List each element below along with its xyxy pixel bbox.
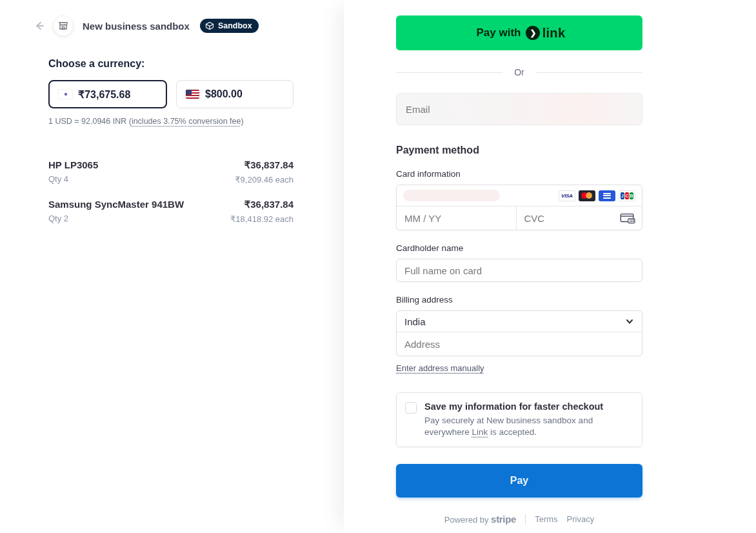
sandbox-badge: Sandbox (200, 19, 259, 33)
cardholder-name-label: Cardholder name (396, 243, 642, 253)
left-content: Choose a currency: ₹73,675.68 $800.00 1 … (48, 58, 293, 224)
card-cvc-input[interactable] (517, 213, 621, 224)
address-row (397, 332, 642, 356)
currency-amount-inr: ₹73,675.68 (78, 88, 130, 101)
business-name: New business sandbox (83, 21, 190, 32)
amex-icon (599, 190, 615, 201)
sandbox-badge-label: Sandbox (218, 21, 252, 30)
checkout-page: New business sandbox Sandbox Choose a cu… (0, 0, 756, 533)
us-flag-icon (186, 90, 199, 99)
jcb-icon: JCB (619, 190, 635, 201)
checkout-footer: Powered by stripe Terms Privacy (396, 514, 642, 525)
pay-with-link-button[interactable]: Pay with ❯ link (396, 15, 642, 50)
item-right: ₹36,837.84 ₹9,209.46 each (235, 159, 293, 185)
chevron-down-icon (625, 317, 634, 326)
item-name: HP LP3065 (48, 159, 98, 170)
item-unit-price: ₹9,209.46 each (235, 175, 293, 185)
footer-separator (525, 514, 526, 525)
item-right: ₹36,837.84 ₹18,418.92 each (230, 199, 293, 224)
divider-line (396, 72, 502, 73)
stripe-logo: stripe (491, 514, 516, 525)
line-items: HP LP3065 Qty 4 ₹36,837.84 ₹9,209.46 eac… (48, 159, 293, 224)
visa-icon: VISA (559, 190, 575, 201)
save-info-title: Save my information for faster checkout (424, 401, 632, 412)
privacy-link[interactable]: Privacy (567, 514, 595, 524)
link-arrow-icon: ❯ (526, 26, 540, 40)
billing-address-group: India (396, 310, 642, 356)
expiry-cell (397, 206, 517, 230)
link-terms-link[interactable]: Link (472, 427, 488, 437)
payment-form: Pay with ❯ link Or Payment method Card i… (396, 15, 642, 525)
exchange-rate-line: 1 USD = 92.0946 INR (includes 3.75% conv… (48, 117, 293, 126)
billing-address-label: Billing address (396, 295, 642, 305)
country-value: India (404, 316, 426, 327)
pay-button[interactable]: Pay (396, 464, 642, 498)
line-item: HP LP3065 Qty 4 ₹36,837.84 ₹9,209.46 eac… (48, 159, 293, 185)
currency-options: ₹73,675.68 $800.00 (48, 80, 293, 108)
order-summary-pane: New business sandbox Sandbox Choose a cu… (0, 0, 344, 533)
item-total: ₹36,837.84 (230, 199, 293, 210)
cardholder-name-input[interactable] (396, 259, 642, 282)
exchange-rate-close: ) (241, 117, 243, 126)
terms-link[interactable]: Terms (535, 514, 557, 524)
currency-option-inr[interactable]: ₹73,675.68 (48, 80, 167, 108)
email-input[interactable] (396, 93, 642, 125)
save-desc-after: is accepted. (488, 427, 537, 437)
enter-address-manually-link[interactable]: Enter address manually (396, 363, 484, 373)
exchange-rate-text: 1 USD = 92.0946 INR ( (48, 117, 132, 126)
india-flag-icon (59, 90, 72, 99)
card-sub-row: 123 (397, 206, 642, 230)
item-qty: Qty 4 (48, 174, 98, 184)
save-info-text: Save my information for faster checkout … (424, 401, 632, 438)
back-button[interactable] (32, 19, 46, 33)
item-left: Samsung SyncMaster 941BW Qty 2 (48, 199, 184, 224)
item-unit-price: ₹18,418.92 each (230, 214, 293, 224)
address-input[interactable] (397, 339, 642, 350)
item-left: HP LP3065 Qty 4 (48, 159, 98, 185)
card-information-group: VISA JCB (396, 185, 642, 230)
conversion-fee-link[interactable]: includes 3.75% conversion fee (132, 117, 241, 126)
currency-heading: Choose a currency: (48, 58, 293, 70)
item-qty: Qty 2 (48, 214, 184, 223)
card-expiry-input[interactable] (397, 213, 516, 224)
card-number-autofill-highlight (403, 190, 500, 201)
cvc-card-icon: 123 (620, 212, 635, 225)
save-info-checkbox[interactable] (405, 402, 417, 414)
currency-option-usd[interactable]: $800.00 (176, 80, 293, 108)
card-brand-icons: VISA JCB (559, 190, 635, 201)
link-brand-label: link (545, 28, 562, 39)
or-divider: Or (396, 67, 642, 77)
arrow-left-icon (34, 20, 45, 32)
card-number-input[interactable]: VISA JCB (397, 185, 642, 206)
pay-with-link-label: Pay with (477, 26, 521, 39)
powered-by-text: Powered by (444, 515, 489, 525)
item-name: Samsung SyncMaster 941BW (48, 199, 184, 210)
powered-by: Powered by stripe (444, 514, 516, 525)
merchant-header: New business sandbox Sandbox (0, 0, 344, 36)
line-item: Samsung SyncMaster 941BW Qty 2 ₹36,837.8… (48, 199, 293, 224)
item-total: ₹36,837.84 (235, 159, 293, 171)
svg-text:123: 123 (630, 219, 635, 223)
payment-method-heading: Payment method (396, 145, 642, 156)
storefront-icon (58, 21, 68, 31)
sandbox-cube-icon (205, 21, 214, 30)
merchant-avatar (53, 15, 74, 36)
save-info-description: Pay securely at New business sandbox and… (424, 415, 632, 438)
or-text: Or (514, 67, 524, 77)
card-information-label: Card information (396, 169, 642, 179)
divider-line (536, 72, 642, 73)
mastercard-icon (579, 190, 595, 201)
currency-amount-usd: $800.00 (205, 88, 243, 100)
save-info-box: Save my information for faster checkout … (396, 392, 642, 447)
country-select[interactable]: India (397, 311, 642, 332)
payment-pane: Pay with ❯ link Or Payment method Card i… (344, 0, 756, 533)
cvc-cell: 123 (517, 206, 642, 230)
